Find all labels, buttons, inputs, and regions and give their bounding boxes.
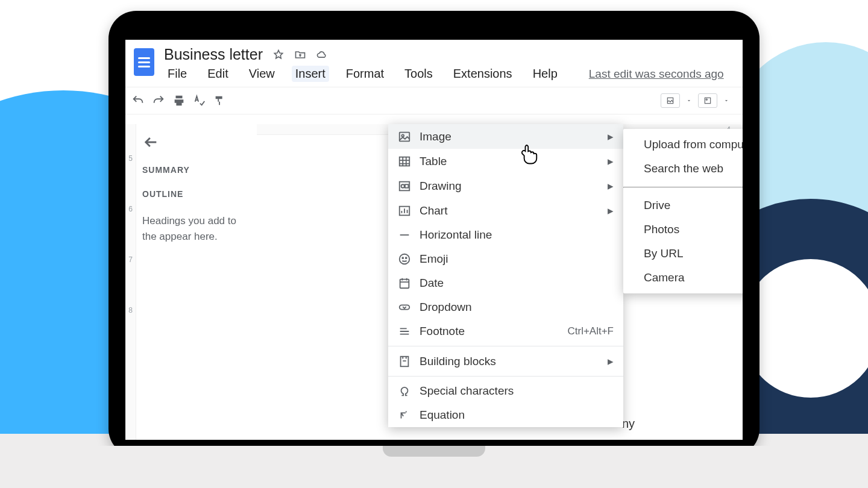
chevron-down-icon[interactable] bbox=[723, 98, 729, 104]
app-header: Business letter File Edit View Insert bbox=[125, 40, 743, 87]
drawing-icon bbox=[398, 180, 411, 193]
menu-insert[interactable]: Insert bbox=[292, 66, 329, 82]
toolbar-select-1[interactable] bbox=[661, 93, 680, 108]
svg-point-7 bbox=[401, 184, 405, 188]
ruler-tick: 6 bbox=[128, 205, 133, 213]
svg-point-10 bbox=[400, 254, 410, 264]
laptop-frame: Business letter File Edit View Insert bbox=[108, 11, 760, 457]
menu-file[interactable]: File bbox=[164, 66, 190, 82]
building-blocks-icon bbox=[398, 355, 411, 368]
main-area: 5 6 7 8 SUMMARY OUTLINE Headings you add… bbox=[125, 124, 743, 440]
menu-item-horizontal-line[interactable]: Horizontal line bbox=[388, 223, 623, 247]
menu-item-footnote[interactable]: Footnote Ctrl+Alt+F bbox=[388, 319, 623, 343]
paint-format-icon[interactable] bbox=[213, 94, 227, 107]
move-folder-icon[interactable] bbox=[294, 49, 306, 61]
outline-empty-hint: Headings you add to the appear here. bbox=[142, 213, 251, 244]
menu-item-image[interactable]: Image ▸ bbox=[388, 124, 623, 149]
menu-tools[interactable]: Tools bbox=[401, 66, 436, 82]
pointer-cursor-icon bbox=[521, 144, 539, 164]
footnote-icon bbox=[398, 325, 411, 338]
submenu-arrow-icon: ▸ bbox=[608, 130, 614, 143]
ruler-tick: 5 bbox=[128, 154, 133, 163]
submenu-item-label: Upload from computer bbox=[644, 138, 743, 151]
spellcheck-icon[interactable] bbox=[193, 94, 206, 107]
submenu-item-camera[interactable]: Camera bbox=[623, 266, 743, 290]
menu-item-label: Special characters bbox=[420, 384, 514, 398]
svg-point-12 bbox=[406, 257, 407, 258]
ruler-tick: 7 bbox=[128, 255, 133, 264]
equation-icon bbox=[398, 408, 411, 422]
submenu-arrow-icon: ▸ bbox=[608, 354, 614, 368]
undo-icon[interactable] bbox=[131, 94, 145, 107]
submenu-item-upload[interactable]: Upload from computer bbox=[623, 133, 743, 157]
outline-heading: OUTLINE bbox=[142, 189, 251, 199]
menu-item-label: Emoji bbox=[420, 252, 448, 266]
toolbar-select-2[interactable] bbox=[698, 93, 717, 108]
submenu-item-search-web[interactable]: Search the web bbox=[623, 157, 743, 181]
google-docs-logo-icon[interactable] bbox=[134, 48, 154, 76]
svg-rect-1 bbox=[705, 98, 710, 103]
svg-rect-8 bbox=[405, 184, 409, 188]
menu-item-date[interactable]: Date bbox=[388, 271, 623, 295]
submenu-item-label: Photos bbox=[644, 223, 679, 236]
menu-item-label: Image bbox=[420, 130, 451, 143]
horizontal-line-icon bbox=[398, 228, 411, 242]
table-icon bbox=[398, 155, 411, 168]
menu-item-label: Building blocks bbox=[420, 355, 496, 368]
menu-item-label: Date bbox=[420, 277, 444, 290]
menu-extensions[interactable]: Extensions bbox=[450, 66, 516, 82]
sidebar-back-icon[interactable] bbox=[142, 134, 159, 151]
submenu-item-photos[interactable]: Photos bbox=[623, 217, 743, 242]
star-icon[interactable] bbox=[272, 49, 285, 61]
menubar: File Edit View Insert Format Tools Exten… bbox=[164, 63, 738, 87]
ruler-tick: 8 bbox=[128, 306, 133, 314]
redo-icon[interactable] bbox=[152, 94, 165, 107]
menu-view[interactable]: View bbox=[245, 66, 278, 82]
cloud-status-icon[interactable] bbox=[316, 49, 328, 61]
menu-item-label: Equation bbox=[420, 408, 465, 422]
svg-point-4 bbox=[401, 134, 404, 137]
menu-item-label: Drawing bbox=[420, 180, 462, 193]
svg-rect-13 bbox=[400, 280, 409, 289]
chart-icon bbox=[398, 204, 411, 217]
submenu-item-by-url[interactable]: By URL bbox=[623, 242, 743, 266]
menu-format[interactable]: Format bbox=[342, 66, 388, 82]
print-icon[interactable] bbox=[172, 94, 186, 107]
image-icon bbox=[398, 130, 411, 143]
document-canvas[interactable]: 4 gue nihil i claritatem raverunt le ny … bbox=[257, 124, 743, 440]
last-edit-link[interactable]: Last edit was seconds ago bbox=[589, 67, 724, 81]
menu-item-equation[interactable]: Equation bbox=[388, 403, 623, 427]
image-submenu: Upload from computer Search the web Driv… bbox=[623, 129, 743, 293]
menu-item-building-blocks[interactable]: Building blocks ▸ bbox=[388, 349, 623, 374]
menu-item-emoji[interactable]: Emoji bbox=[388, 247, 623, 271]
menu-item-dropdown[interactable]: Dropdown bbox=[388, 295, 623, 319]
menu-item-table[interactable]: Table ▸ bbox=[388, 149, 623, 174]
document-title[interactable]: Business letter bbox=[164, 46, 263, 63]
dropdown-icon bbox=[398, 301, 411, 314]
menu-divider bbox=[388, 376, 623, 377]
date-icon bbox=[398, 277, 411, 290]
submenu-item-drive[interactable]: Drive bbox=[623, 193, 743, 217]
menu-edit[interactable]: Edit bbox=[204, 66, 231, 82]
laptop-notch bbox=[383, 446, 485, 457]
menu-item-label: Horizontal line bbox=[420, 228, 492, 242]
submenu-arrow-icon: ▸ bbox=[608, 204, 614, 217]
menu-help[interactable]: Help bbox=[529, 66, 561, 82]
menu-item-special-characters[interactable]: Special characters bbox=[388, 379, 623, 403]
svg-point-2 bbox=[706, 99, 707, 100]
emoji-icon bbox=[398, 252, 411, 266]
outline-sidebar: SUMMARY OUTLINE Headings you add to the … bbox=[136, 124, 257, 440]
submenu-item-label: Search the web bbox=[644, 162, 723, 175]
laptop-base bbox=[7, 446, 861, 488]
menu-item-drawing[interactable]: Drawing ▸ bbox=[388, 174, 623, 198]
menu-item-label: Dropdown bbox=[420, 301, 472, 314]
submenu-item-label: Drive bbox=[644, 199, 670, 212]
svg-rect-5 bbox=[400, 157, 410, 166]
toolbar bbox=[125, 87, 743, 114]
chevron-down-icon[interactable] bbox=[686, 98, 692, 104]
menu-item-chart[interactable]: Chart ▸ bbox=[388, 198, 623, 223]
menu-divider bbox=[388, 346, 623, 346]
menu-item-label: Chart bbox=[420, 204, 447, 217]
menu-item-label: Table bbox=[420, 155, 447, 168]
laptop-screen: Business letter File Edit View Insert bbox=[125, 40, 743, 440]
